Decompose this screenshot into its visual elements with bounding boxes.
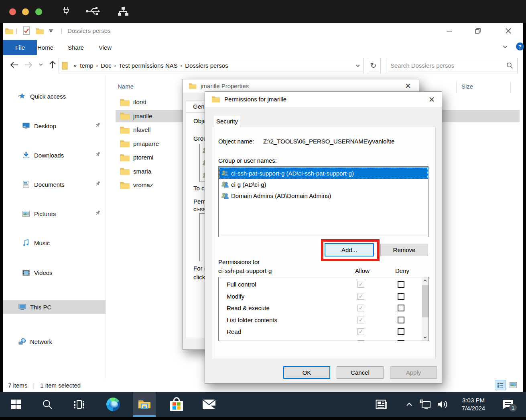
group-list-item[interactable]: ci-g (AD\ci-g) (219, 179, 428, 190)
details-view-button[interactable] (495, 380, 506, 390)
news-widgets-icon[interactable] (371, 392, 392, 417)
permissions-dialog: Permissions for jmarille ✕ Security Obje… (205, 91, 442, 384)
folder-name: ptoremi (133, 154, 153, 161)
deny-checkbox[interactable] (398, 305, 404, 311)
clock-date: 7/4/2024 (462, 404, 485, 412)
properties-close-icon[interactable]: ✕ (403, 81, 413, 91)
group-icon (221, 181, 229, 188)
group-name: ci-ssh-pat-support-g (AD\ci-ssh-pat-supp… (231, 170, 354, 177)
properties-folder-icon (189, 82, 197, 89)
permissions-for-label-2: ci-ssh-pat-support-g (218, 267, 272, 274)
group-list-item[interactable]: Domain Admins (AD\Domain Admins) (219, 190, 428, 201)
permissions-close-icon[interactable]: ✕ (426, 94, 437, 105)
permissions-title: Permissions for jmarille (224, 96, 286, 103)
folder-icon (120, 153, 130, 162)
folder-icon (120, 111, 130, 120)
permissions-scrollbar[interactable] (422, 277, 429, 341)
properties-title: jmarille Properties (201, 83, 249, 89)
start-button[interactable] (5, 392, 27, 417)
permission-row: Full control✓ (219, 279, 429, 291)
allow-checkbox[interactable]: ✓ (357, 305, 364, 311)
edge-icon[interactable] (102, 392, 124, 417)
folder-name: pmaparre (133, 140, 159, 147)
folder-name: smaria (133, 168, 151, 175)
status-divider: | (33, 382, 35, 389)
deny-checkbox[interactable] (398, 293, 404, 300)
permission-row: Read & execute✓ (219, 302, 429, 314)
cancel-button[interactable]: Cancel (337, 366, 384, 379)
active-app-indicator (133, 415, 156, 417)
apply-button[interactable]: Apply (390, 366, 437, 379)
allow-checkbox[interactable]: ✓ (357, 293, 364, 300)
permission-row: List folder contents✓ (219, 314, 429, 326)
permission-name: Modify (227, 293, 244, 300)
deny-checkbox[interactable] (398, 340, 404, 341)
file-explorer-taskbar-icon[interactable] (133, 392, 156, 417)
folder-icon (120, 181, 130, 189)
group-name: Domain Admins (AD\Domain Admins) (231, 192, 331, 199)
permissions-titlebar: Permissions for jmarille ✕ (205, 92, 442, 107)
deny-column-label: Deny (395, 267, 409, 274)
allow-checkbox[interactable] (357, 340, 364, 341)
group-icon (221, 170, 229, 176)
deny-checkbox[interactable] (398, 317, 404, 323)
allow-checkbox[interactable]: ✓ (357, 281, 364, 288)
permissions-folder-icon (211, 95, 220, 103)
allow-column-label: Allow (355, 267, 370, 274)
microsoft-store-icon[interactable] (165, 392, 188, 417)
task-view-icon[interactable] (68, 392, 90, 417)
traffic-close-button[interactable] (9, 8, 16, 15)
action-center-icon[interactable]: 1 (497, 392, 519, 417)
scrollbar-thumb[interactable] (422, 285, 429, 317)
scroll-down-icon[interactable] (422, 334, 429, 341)
folder-icon (120, 125, 130, 134)
group-user-names-label: Group or user names: (218, 157, 277, 164)
permission-name: Full control (227, 281, 256, 288)
volume-icon[interactable] (434, 392, 451, 417)
mail-icon[interactable] (198, 392, 220, 417)
traffic-zoom-button[interactable] (35, 8, 42, 15)
tab-security[interactable]: Security (214, 115, 240, 127)
taskbar: 3:03 PM 7/4/2024 1 (0, 392, 526, 417)
tray-expand-icon[interactable] (401, 392, 417, 417)
usb-icon[interactable] (85, 6, 103, 17)
folder-name: jmarille (133, 113, 152, 119)
network-tray-icon[interactable] (417, 392, 434, 417)
permissions-for-label-1: Permissions for (218, 258, 260, 265)
folder-icon (120, 98, 130, 106)
network-hub-icon[interactable] (117, 6, 129, 17)
traffic-minimize-button[interactable] (22, 8, 29, 15)
group-user-names-list[interactable]: ci-ssh-pat-support-g (AD\ci-ssh-pat-supp… (218, 166, 429, 237)
folder-icon (120, 167, 130, 175)
permission-name: Read (227, 328, 241, 335)
folder-name: iforst (133, 99, 146, 105)
items-count: 7 items (8, 382, 27, 389)
allow-checkbox[interactable]: ✓ (357, 317, 364, 323)
group-icon (221, 192, 229, 199)
power-plug-icon[interactable] (61, 6, 72, 17)
deny-checkbox[interactable] (398, 281, 404, 288)
folder-name: nfavell (133, 126, 150, 133)
clock[interactable]: 3:03 PM 7/4/2024 (451, 392, 496, 417)
permission-name: List folder contents (227, 317, 277, 323)
taskbar-search-icon[interactable] (36, 392, 59, 417)
annotation-highlight-box (321, 239, 380, 261)
screen: | | Dossiers persos File (0, 0, 526, 420)
remove-button[interactable]: Remove (380, 244, 428, 256)
permissions-list[interactable]: Full control✓Modify✓Read & execute✓List … (218, 277, 429, 341)
clock-time: 3:03 PM (462, 396, 485, 404)
object-name-label: Object name: (218, 138, 254, 145)
folder-name: vromaz (133, 182, 153, 188)
group-list-item[interactable]: ci-ssh-pat-support-g (AD\ci-ssh-pat-supp… (219, 168, 428, 179)
allow-checkbox[interactable]: ✓ (357, 328, 364, 335)
properties-titlebar: jmarille Properties ✕ (183, 79, 419, 93)
ok-button[interactable]: OK (283, 366, 330, 379)
group-name: ci-g (AD\ci-g) (231, 181, 266, 188)
selection-count: 1 item selected (40, 382, 81, 389)
vm-toolbar (0, 0, 526, 23)
deny-checkbox[interactable] (398, 328, 404, 335)
permission-row: Read✓ (219, 326, 429, 338)
scroll-up-icon[interactable] (422, 277, 429, 284)
thumbnail-view-button[interactable] (508, 380, 519, 390)
notification-badge: 1 (509, 404, 517, 412)
